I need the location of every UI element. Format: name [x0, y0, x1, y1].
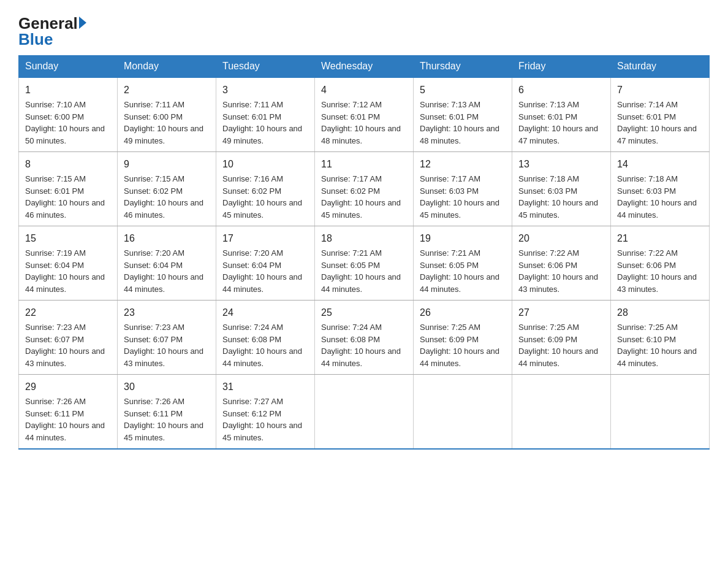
- calendar-cell: [611, 375, 710, 450]
- calendar-cell: 11Sunrise: 7:17 AMSunset: 6:02 PMDayligh…: [315, 152, 414, 226]
- sunrise-label: Sunrise: 7:10 AM: [25, 100, 86, 109]
- daylight-label: Daylight: 10 hours and 44 minutes.: [222, 272, 302, 294]
- day-number: 19: [420, 231, 506, 246]
- day-number: 28: [617, 305, 703, 320]
- daylight-label: Daylight: 10 hours and 45 minutes.: [518, 198, 598, 220]
- sunrise-label: Sunrise: 7:22 AM: [617, 248, 678, 258]
- sunset-label: Sunset: 6:01 PM: [222, 112, 281, 121]
- day-number: 15: [25, 231, 111, 246]
- header-day-wednesday: Wednesday: [315, 56, 414, 78]
- sunset-label: Sunset: 6:01 PM: [518, 112, 577, 121]
- calendar-cell: 18Sunrise: 7:21 AMSunset: 6:05 PMDayligh…: [315, 226, 414, 301]
- sunrise-label: Sunrise: 7:24 AM: [222, 323, 283, 332]
- sunset-label: Sunset: 6:06 PM: [518, 261, 577, 270]
- calendar-cell: 26Sunrise: 7:25 AMSunset: 6:09 PMDayligh…: [414, 301, 512, 375]
- page-header: General Blue: [18, 12, 710, 49]
- sunset-label: Sunset: 6:09 PM: [420, 335, 479, 344]
- daylight-label: Daylight: 10 hours and 44 minutes.: [617, 198, 697, 220]
- daylight-label: Daylight: 10 hours and 44 minutes.: [25, 421, 105, 442]
- sunrise-label: Sunrise: 7:26 AM: [124, 397, 184, 406]
- daylight-label: Daylight: 10 hours and 48 minutes.: [420, 124, 499, 145]
- header-day-thursday: Thursday: [414, 56, 512, 78]
- daylight-label: Daylight: 10 hours and 43 minutes.: [124, 347, 203, 368]
- calendar-cell: 9Sunrise: 7:15 AMSunset: 6:02 PMDaylight…: [118, 152, 216, 226]
- sunset-label: Sunset: 6:11 PM: [124, 409, 183, 418]
- daylight-label: Daylight: 10 hours and 44 minutes.: [321, 272, 401, 294]
- sunset-label: Sunset: 6:05 PM: [420, 261, 479, 270]
- sunrise-label: Sunrise: 7:27 AM: [222, 397, 283, 406]
- day-number: 27: [518, 305, 604, 320]
- daylight-label: Daylight: 10 hours and 49 minutes.: [124, 124, 203, 145]
- day-number: 9: [124, 157, 210, 172]
- calendar-cell: 7Sunrise: 7:14 AMSunset: 6:01 PMDaylight…: [611, 77, 710, 152]
- sunrise-label: Sunrise: 7:25 AM: [617, 323, 678, 332]
- sunset-label: Sunset: 6:01 PM: [420, 112, 479, 121]
- calendar-cell: 15Sunrise: 7:19 AMSunset: 6:04 PMDayligh…: [19, 226, 118, 301]
- sunrise-label: Sunrise: 7:25 AM: [518, 323, 579, 332]
- sunset-label: Sunset: 6:00 PM: [25, 112, 84, 121]
- logo-general: General: [18, 15, 78, 31]
- day-number: 21: [617, 231, 703, 246]
- sunset-label: Sunset: 6:04 PM: [25, 261, 84, 270]
- calendar-cell: 5Sunrise: 7:13 AMSunset: 6:01 PMDaylight…: [414, 77, 512, 152]
- daylight-label: Daylight: 10 hours and 43 minutes.: [25, 347, 105, 368]
- calendar-cell: 3Sunrise: 7:11 AMSunset: 6:01 PMDaylight…: [216, 77, 315, 152]
- daylight-label: Daylight: 10 hours and 45 minutes.: [420, 198, 499, 220]
- sunrise-label: Sunrise: 7:19 AM: [25, 248, 86, 258]
- sunrise-label: Sunrise: 7:18 AM: [518, 174, 579, 183]
- day-number: 6: [518, 83, 604, 98]
- calendar-cell: 6Sunrise: 7:13 AMSunset: 6:01 PMDaylight…: [512, 77, 611, 152]
- daylight-label: Daylight: 10 hours and 46 minutes.: [25, 198, 105, 220]
- calendar-cell: [315, 375, 414, 450]
- calendar-week-3: 15Sunrise: 7:19 AMSunset: 6:04 PMDayligh…: [19, 226, 710, 301]
- daylight-label: Daylight: 10 hours and 44 minutes.: [617, 347, 697, 368]
- day-number: 10: [222, 157, 308, 172]
- sunset-label: Sunset: 6:04 PM: [222, 261, 281, 270]
- calendar-cell: 12Sunrise: 7:17 AMSunset: 6:03 PMDayligh…: [414, 152, 512, 226]
- day-number: 25: [321, 305, 407, 320]
- calendar-cell: 1Sunrise: 7:10 AMSunset: 6:00 PMDaylight…: [19, 77, 118, 152]
- sunrise-label: Sunrise: 7:11 AM: [124, 100, 184, 109]
- sunrise-label: Sunrise: 7:13 AM: [518, 100, 579, 109]
- sunset-label: Sunset: 6:03 PM: [420, 186, 479, 196]
- calendar-cell: 29Sunrise: 7:26 AMSunset: 6:11 PMDayligh…: [19, 375, 118, 450]
- calendar-cell: 30Sunrise: 7:26 AMSunset: 6:11 PMDayligh…: [118, 375, 216, 450]
- header-row: SundayMondayTuesdayWednesdayThursdayFrid…: [19, 56, 710, 78]
- sunrise-label: Sunrise: 7:15 AM: [25, 174, 86, 183]
- calendar-table: SundayMondayTuesdayWednesdayThursdayFrid…: [18, 55, 710, 450]
- calendar-cell: 4Sunrise: 7:12 AMSunset: 6:01 PMDaylight…: [315, 77, 414, 152]
- sunset-label: Sunset: 6:06 PM: [617, 261, 676, 270]
- day-number: 23: [124, 305, 210, 320]
- header-day-monday: Monday: [118, 56, 216, 78]
- calendar-cell: [512, 375, 611, 450]
- sunset-label: Sunset: 6:04 PM: [124, 261, 183, 270]
- sunrise-label: Sunrise: 7:16 AM: [222, 174, 283, 183]
- day-number: 31: [222, 380, 308, 394]
- calendar-cell: 23Sunrise: 7:23 AMSunset: 6:07 PMDayligh…: [118, 301, 216, 375]
- header-day-tuesday: Tuesday: [216, 56, 315, 78]
- calendar-cell: 2Sunrise: 7:11 AMSunset: 6:00 PMDaylight…: [118, 77, 216, 152]
- sunrise-label: Sunrise: 7:23 AM: [25, 323, 86, 332]
- sunset-label: Sunset: 6:01 PM: [617, 112, 676, 121]
- sunrise-label: Sunrise: 7:11 AM: [222, 100, 283, 109]
- day-number: 8: [25, 157, 111, 172]
- sunrise-label: Sunrise: 7:15 AM: [124, 174, 184, 183]
- calendar-cell: 16Sunrise: 7:20 AMSunset: 6:04 PMDayligh…: [118, 226, 216, 301]
- sunrise-label: Sunrise: 7:12 AM: [321, 100, 382, 109]
- day-number: 18: [321, 231, 407, 246]
- sunset-label: Sunset: 6:02 PM: [222, 186, 281, 196]
- sunrise-label: Sunrise: 7:22 AM: [518, 248, 579, 258]
- sunset-label: Sunset: 6:12 PM: [222, 409, 281, 418]
- daylight-label: Daylight: 10 hours and 45 minutes.: [321, 198, 401, 220]
- daylight-label: Daylight: 10 hours and 47 minutes.: [617, 124, 697, 145]
- calendar-cell: 22Sunrise: 7:23 AMSunset: 6:07 PMDayligh…: [19, 301, 118, 375]
- daylight-label: Daylight: 10 hours and 45 minutes.: [222, 198, 302, 220]
- logo-blue: Blue: [18, 30, 53, 49]
- header-day-sunday: Sunday: [19, 56, 118, 78]
- sunrise-label: Sunrise: 7:25 AM: [420, 323, 480, 332]
- day-number: 30: [124, 380, 210, 394]
- day-number: 13: [518, 157, 604, 172]
- daylight-label: Daylight: 10 hours and 44 minutes.: [25, 272, 105, 294]
- day-number: 7: [617, 83, 703, 98]
- day-number: 5: [420, 83, 506, 98]
